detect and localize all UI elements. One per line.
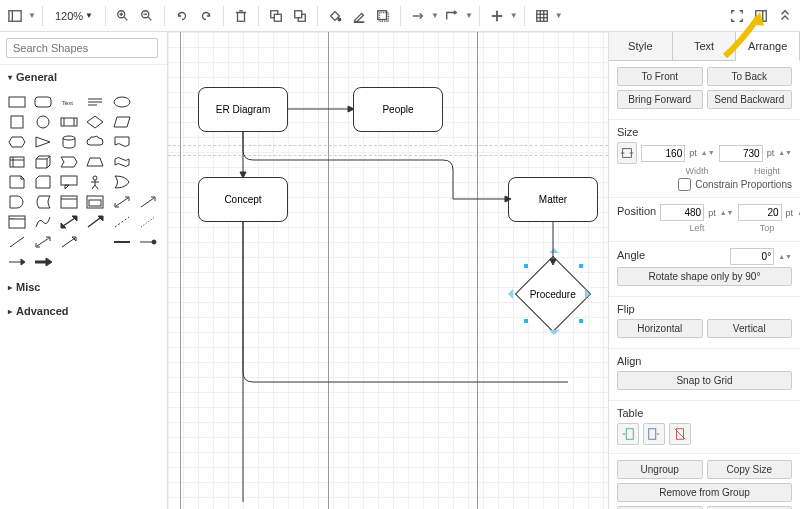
shape-arrow-open[interactable] bbox=[58, 233, 80, 251]
shape-line2[interactable] bbox=[6, 233, 28, 251]
shape-list[interactable]: List bbox=[6, 213, 28, 231]
shape-arrow[interactable] bbox=[137, 193, 159, 211]
tab-arrange[interactable]: Arrange bbox=[736, 32, 800, 61]
remove-from-group-button[interactable]: Remove from Group bbox=[617, 483, 792, 502]
fullscreen-icon[interactable] bbox=[726, 5, 748, 27]
to-back-icon[interactable] bbox=[289, 5, 311, 27]
shape-data-storage[interactable] bbox=[32, 193, 54, 211]
category-general[interactable]: General bbox=[0, 65, 167, 89]
shape-container2[interactable] bbox=[84, 193, 106, 211]
to-front-button[interactable]: To Front bbox=[617, 67, 703, 86]
shape-cloud[interactable] bbox=[84, 133, 106, 151]
shape-or[interactable] bbox=[111, 173, 133, 191]
svg-line-67 bbox=[95, 185, 98, 189]
waypoint-icon[interactable] bbox=[441, 5, 463, 27]
shape-text[interactable]: Text bbox=[58, 93, 80, 111]
shape-ellipse[interactable] bbox=[111, 93, 133, 111]
shape-cube[interactable] bbox=[32, 153, 54, 171]
to-front-icon[interactable] bbox=[265, 5, 287, 27]
shape-card[interactable] bbox=[32, 173, 54, 191]
search-input[interactable] bbox=[6, 38, 158, 58]
canvas[interactable]: ER Diagram People Concept Matter Procedu… bbox=[168, 32, 608, 509]
shape-step[interactable] bbox=[58, 153, 80, 171]
fill-color-icon[interactable] bbox=[324, 5, 346, 27]
svg-line-80 bbox=[88, 218, 100, 227]
tab-text[interactable]: Text bbox=[673, 32, 737, 60]
insert-col-left-icon[interactable] bbox=[617, 423, 639, 445]
shape-bidir-line[interactable] bbox=[32, 233, 54, 251]
shape-square[interactable] bbox=[6, 113, 28, 131]
shadow-icon[interactable] bbox=[372, 5, 394, 27]
zoom-level[interactable]: 120% ▼ bbox=[49, 10, 99, 22]
send-backward-button[interactable]: Send Backward bbox=[707, 90, 793, 109]
shape-curve[interactable] bbox=[32, 213, 54, 231]
format-panel: Style Text Arrange To Front To Back Brin… bbox=[608, 32, 800, 509]
shape-parallelogram[interactable] bbox=[111, 113, 133, 131]
left-input[interactable] bbox=[660, 204, 704, 221]
flip-horizontal-button[interactable]: Horizontal bbox=[617, 319, 703, 338]
shape-circle[interactable] bbox=[32, 113, 54, 131]
snap-to-grid-button[interactable]: Snap to Grid bbox=[617, 371, 792, 390]
category-advanced[interactable]: Advanced bbox=[0, 299, 167, 323]
angle-input[interactable] bbox=[730, 248, 774, 265]
rotate-90-button[interactable]: Rotate shape only by 90° bbox=[617, 267, 792, 286]
shape-rounded-rect[interactable] bbox=[32, 93, 54, 111]
delete-col-icon[interactable] bbox=[669, 423, 691, 445]
bring-forward-button[interactable]: Bring Forward bbox=[617, 90, 703, 109]
shape-hexagon[interactable] bbox=[6, 133, 28, 151]
category-misc[interactable]: Misc bbox=[0, 275, 167, 299]
autosize-icon[interactable] bbox=[617, 142, 637, 164]
tab-style[interactable]: Style bbox=[609, 32, 673, 60]
delete-icon[interactable] bbox=[230, 5, 252, 27]
shape-connector-endpoint[interactable] bbox=[137, 233, 159, 251]
zoom-out-icon[interactable] bbox=[136, 5, 158, 27]
shape-bidir-arrow-thick[interactable] bbox=[58, 213, 80, 231]
width-input[interactable] bbox=[641, 145, 685, 162]
flip-vertical-button[interactable]: Vertical bbox=[707, 319, 793, 338]
zoom-in-icon[interactable] bbox=[112, 5, 134, 27]
constrain-checkbox[interactable] bbox=[678, 178, 691, 191]
connectors bbox=[168, 32, 608, 509]
connection-icon[interactable] bbox=[407, 5, 429, 27]
shape-note[interactable] bbox=[6, 173, 28, 191]
svg-rect-23 bbox=[537, 10, 548, 21]
shape-connector-arrow[interactable] bbox=[6, 253, 28, 271]
shape-internal-storage[interactable] bbox=[6, 153, 28, 171]
shape-process[interactable] bbox=[58, 113, 80, 131]
shape-arrow-thick[interactable] bbox=[84, 213, 106, 231]
svg-marker-96 bbox=[348, 106, 354, 112]
ungroup-button[interactable]: Ungroup bbox=[617, 460, 703, 479]
shape-callout[interactable] bbox=[58, 173, 80, 191]
top-input[interactable] bbox=[738, 204, 782, 221]
shape-connector-line[interactable] bbox=[111, 233, 133, 251]
view-menu[interactable] bbox=[4, 5, 26, 27]
shape-connector-thick[interactable] bbox=[32, 253, 54, 271]
height-input[interactable] bbox=[719, 145, 763, 162]
shape-tape[interactable] bbox=[111, 153, 133, 171]
undo-icon[interactable] bbox=[171, 5, 193, 27]
shape-dashed-line[interactable] bbox=[111, 213, 133, 231]
shape-cylinder[interactable] bbox=[58, 133, 80, 151]
redo-icon[interactable] bbox=[195, 5, 217, 27]
copy-size-button[interactable]: Copy Size bbox=[707, 460, 793, 479]
shape-rect[interactable] bbox=[6, 93, 28, 111]
shape-trapezoid[interactable] bbox=[84, 153, 106, 171]
table-icon[interactable] bbox=[531, 5, 553, 27]
svg-marker-97 bbox=[505, 196, 511, 202]
shape-container[interactable] bbox=[58, 193, 80, 211]
shape-and[interactable] bbox=[6, 193, 28, 211]
shape-bidirectional-arrow[interactable] bbox=[111, 193, 133, 211]
format-panel-icon[interactable] bbox=[750, 5, 772, 27]
line-color-icon[interactable] bbox=[348, 5, 370, 27]
collapse-icon[interactable] bbox=[774, 5, 796, 27]
add-icon[interactable] bbox=[486, 5, 508, 27]
insert-col-right-icon[interactable] bbox=[643, 423, 665, 445]
to-back-button[interactable]: To Back bbox=[707, 67, 793, 86]
shape-actor[interactable] bbox=[84, 173, 106, 191]
shape-triangle[interactable] bbox=[32, 133, 54, 151]
shape-diamond[interactable] bbox=[84, 113, 106, 131]
shape-textbox[interactable] bbox=[84, 93, 106, 111]
svg-line-85 bbox=[37, 238, 49, 246]
shape-document[interactable] bbox=[111, 133, 133, 151]
shape-dotted-line[interactable] bbox=[137, 213, 159, 231]
